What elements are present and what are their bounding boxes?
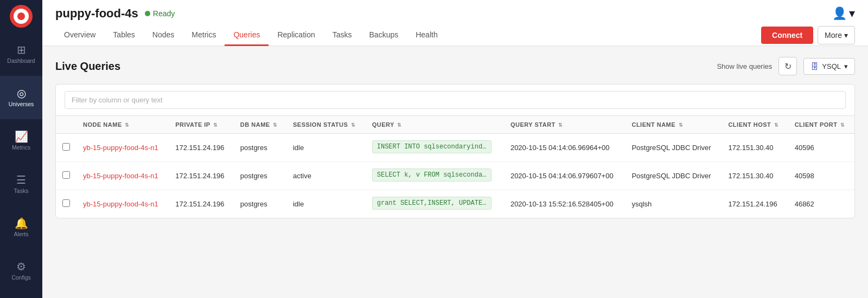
node-link-2[interactable]: yb-15-puppy-food-4s-n1: [83, 200, 158, 208]
sort-query-start-icon: ⇅: [558, 122, 563, 128]
tab-tables[interactable]: Tables: [104, 25, 143, 46]
cell-private-ip-2: 172.151.24.196: [169, 190, 234, 218]
status-badge: Ready: [145, 9, 175, 18]
tab-health[interactable]: Health: [407, 25, 446, 46]
row-checkbox-cell: [56, 162, 76, 190]
connect-button[interactable]: Connect: [761, 27, 813, 44]
sidebar-item-tasks[interactable]: ☰ Tasks: [0, 163, 42, 206]
nav-tabs: Overview Tables Nodes Metrics Queries Re…: [55, 25, 446, 46]
user-menu[interactable]: 👤 ▾: [832, 7, 855, 21]
sidebar-label-configs: Configs: [11, 274, 31, 281]
filter-input[interactable]: [65, 91, 846, 109]
query-badge-0[interactable]: INSERT INTO sqlsecondaryindex (k, v...: [372, 140, 492, 153]
sidebar-label-dashboard: Dashboard: [7, 57, 35, 64]
th-private-ip[interactable]: PRIVATE IP ⇅: [169, 116, 234, 134]
sort-client-port-icon: ⇅: [840, 122, 845, 128]
status-dot: [145, 11, 150, 16]
sort-node-name-icon: ⇅: [125, 122, 130, 128]
cell-node-name-2: yb-15-puppy-food-4s-n1: [76, 190, 169, 218]
queries-table-card: NODE NAME ⇅ PRIVATE IP ⇅ DB NAME ⇅ SES: [55, 84, 855, 218]
cell-query-2[interactable]: grant SELECT,INSERT, UPDATE, DELETE...: [366, 190, 504, 218]
tab-queries[interactable]: Queries: [225, 25, 269, 46]
table-header: NODE NAME ⇅ PRIVATE IP ⇅ DB NAME ⇅ SES: [56, 116, 854, 134]
cell-client-host-0: 172.151.30.40: [722, 134, 788, 162]
cell-private-ip-1: 172.151.24.196: [169, 162, 234, 190]
sidebar-item-configs[interactable]: ⚙ Configs: [0, 249, 42, 293]
cell-node-name-1: yb-15-puppy-food-4s-n1: [76, 162, 169, 190]
cell-query-start-1: 2020-10-15 04:14:06.979607+00: [504, 162, 626, 190]
th-node-name[interactable]: NODE NAME ⇅: [76, 116, 169, 134]
sort-query-icon: ⇅: [397, 122, 402, 128]
status-text: Ready: [153, 9, 175, 18]
sort-private-ip-icon: ⇅: [213, 122, 218, 128]
row-checkbox-1[interactable]: [62, 171, 70, 179]
query-badge-1[interactable]: SELECT k, v FROM sqlsecondaryindex ...: [372, 169, 492, 182]
sidebar-label-alerts: Alerts: [14, 231, 29, 237]
ysql-label: YSQL: [822, 62, 841, 70]
query-badge-2[interactable]: grant SELECT,INSERT, UPDATE, DELETE...: [372, 197, 492, 210]
nav-right-controls: Connect More ▾: [761, 26, 855, 44]
th-client-name[interactable]: CLIENT NAME ⇅: [625, 116, 722, 134]
tab-replication[interactable]: Replication: [269, 25, 323, 46]
show-live-queries-label: Show live queries: [717, 62, 772, 70]
queries-table: NODE NAME ⇅ PRIVATE IP ⇅ DB NAME ⇅ SES: [56, 116, 854, 218]
ysql-dropdown-arrow: ▾: [844, 62, 848, 70]
cell-node-name-0: yb-15-puppy-food-4s-n1: [76, 134, 169, 162]
table-row: yb-15-puppy-food-4s-n1 172.151.24.196 po…: [56, 190, 854, 218]
section-header: Live Queries Show live queries ↻ 🗄 YSQL …: [55, 57, 855, 75]
row-checkbox-2[interactable]: [62, 199, 70, 207]
more-dropdown-arrow: ▾: [844, 31, 848, 40]
node-link-1[interactable]: yb-15-puppy-food-4s-n1: [83, 172, 158, 180]
cell-session-status-1: active: [286, 162, 366, 190]
sidebar-logo[interactable]: [0, 0, 42, 33]
tab-nodes[interactable]: Nodes: [144, 25, 183, 46]
sort-session-status-icon: ⇅: [351, 122, 356, 128]
tab-backups[interactable]: Backups: [361, 25, 407, 46]
sidebar: ⊞ Dashboard ◎ Universes 📈 Metrics ☰ Task…: [0, 0, 42, 298]
sidebar-item-dashboard[interactable]: ⊞ Dashboard: [0, 33, 42, 76]
row-checkbox-0[interactable]: [62, 143, 70, 151]
title-row: puppy-food-4s Ready 👤 ▾: [55, 0, 855, 25]
dashboard-icon: ⊞: [17, 44, 26, 55]
sidebar-item-universes[interactable]: ◎ Universes: [0, 76, 42, 119]
cell-query-1[interactable]: SELECT k, v FROM sqlsecondaryindex ...: [366, 162, 504, 190]
more-label: More: [825, 31, 842, 40]
th-query-start[interactable]: QUERY START ⇅: [504, 116, 626, 134]
cluster-name: puppy-food-4s: [55, 7, 138, 21]
cell-client-name-2: ysqlsh: [625, 190, 722, 218]
node-link-0[interactable]: yb-15-puppy-food-4s-n1: [83, 144, 158, 152]
tab-metrics[interactable]: Metrics: [183, 25, 225, 46]
database-icon: 🗄: [810, 62, 819, 71]
sidebar-item-metrics[interactable]: 📈 Metrics: [0, 119, 42, 163]
cell-query-start-2: 2020-10-13 15:52:16.528405+00: [504, 190, 626, 218]
cell-db-name-0: postgres: [234, 134, 286, 162]
more-button[interactable]: More ▾: [818, 26, 855, 44]
sort-client-name-icon: ⇅: [679, 122, 684, 128]
table-row: yb-15-puppy-food-4s-n1 172.151.24.196 po…: [56, 134, 854, 162]
ysql-dropdown-button[interactable]: 🗄 YSQL ▾: [803, 58, 855, 75]
th-db-name[interactable]: DB NAME ⇅: [234, 116, 286, 134]
refresh-button[interactable]: ↻: [778, 57, 797, 75]
sidebar-label-metrics: Metrics: [12, 144, 30, 151]
table-body: yb-15-puppy-food-4s-n1 172.151.24.196 po…: [56, 134, 854, 218]
filter-row: [56, 85, 854, 116]
th-session-status[interactable]: SESSION STATUS ⇅: [286, 116, 366, 134]
sort-client-host-icon: ⇅: [774, 122, 779, 128]
tab-tasks[interactable]: Tasks: [324, 25, 361, 46]
cell-client-port-2: 46862: [788, 190, 854, 218]
th-client-port[interactable]: CLIENT PORT ⇅: [788, 116, 854, 134]
cell-client-host-1: 172.151.30.40: [722, 162, 788, 190]
th-query[interactable]: QUERY ⇅: [366, 116, 504, 134]
row-checkbox-cell: [56, 134, 76, 162]
section-title: Live Queries: [55, 60, 120, 73]
configs-icon: ⚙: [16, 261, 26, 272]
cell-query-0[interactable]: INSERT INTO sqlsecondaryindex (k, v...: [366, 134, 504, 162]
cell-client-name-0: PostgreSQL JDBC Driver: [625, 134, 722, 162]
sidebar-item-alerts[interactable]: 🔔 Alerts: [0, 206, 42, 249]
cell-session-status-0: idle: [286, 134, 366, 162]
th-checkbox: [56, 116, 76, 134]
cell-session-status-2: idle: [286, 190, 366, 218]
tab-overview[interactable]: Overview: [55, 25, 104, 46]
user-avatar-icon: 👤: [832, 7, 847, 21]
th-client-host[interactable]: CLIENT HOST ⇅: [722, 116, 788, 134]
